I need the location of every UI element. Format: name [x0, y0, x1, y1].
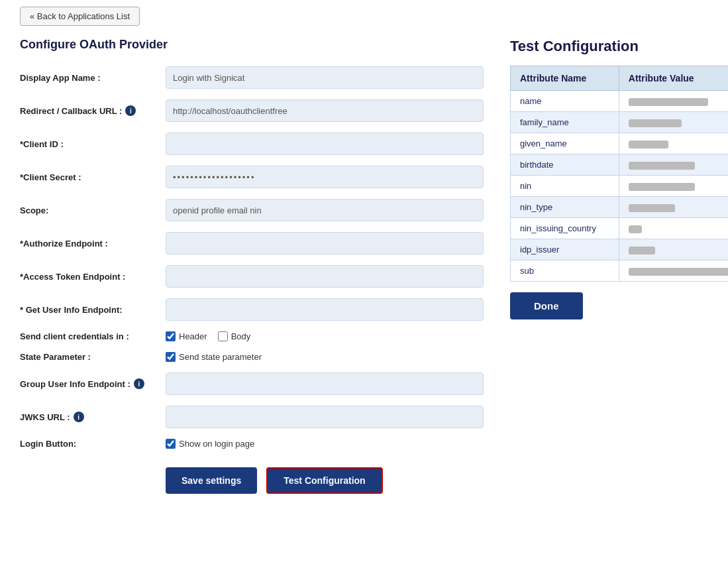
attribute-name-cell: family_name [511, 112, 619, 133]
scope-input[interactable] [166, 199, 484, 221]
configure-oauth-panel: Configure OAuth Provider Display App Nam… [20, 38, 484, 494]
state-parameter-row: State Parameter : Send state parameter [20, 352, 484, 362]
login-button-label: Login Button: [20, 439, 166, 449]
group-user-info-row: Group User Info Endpoint : i [20, 373, 484, 395]
attribute-value-cell [619, 218, 728, 239]
attribute-name-cell: nin_type [511, 197, 619, 218]
header-checkbox[interactable] [166, 331, 176, 341]
client-secret-label: *Client Secret : [20, 172, 166, 182]
access-token-endpoint-label: *Access Token Endpoint : [20, 272, 166, 282]
table-row: given_name [511, 133, 729, 154]
client-secret-input[interactable] [166, 166, 484, 188]
table-row: family_name [511, 112, 729, 133]
attribute-value-cell [619, 133, 728, 154]
attribute-name-column-header: Attribute Name [511, 66, 619, 91]
jwks-url-info-icon[interactable]: i [74, 412, 84, 422]
attribute-value-cell [619, 197, 728, 218]
group-user-info-icon[interactable]: i [134, 378, 144, 389]
get-user-info-endpoint-input[interactable] [166, 298, 484, 321]
attribute-value-column-header: Attribute Value [619, 66, 728, 91]
show-on-login-page-checkbox[interactable] [166, 439, 176, 449]
state-parameter-checkbox-item: Send state parameter [166, 352, 262, 362]
send-credentials-checkboxes: Header Body [166, 331, 250, 341]
client-id-label: *Client ID : [20, 139, 166, 149]
state-parameter-checkbox-label: Send state parameter [179, 352, 262, 362]
table-row: nin [511, 176, 729, 197]
header-checkbox-item: Header [166, 331, 207, 341]
get-user-info-endpoint-row: * Get User Info Endpoint: [20, 298, 484, 321]
test-config-title: Test Configuration [510, 38, 728, 55]
attribute-name-cell: given_name [511, 133, 619, 154]
client-id-row: *Client ID : [20, 133, 484, 155]
scope-row: Scope: [20, 199, 484, 221]
login-button-row: Login Button: Show on login page [20, 439, 484, 449]
attribute-name-cell: name [511, 91, 619, 112]
attribute-value-cell [619, 176, 728, 197]
jwks-url-row: JWKS URL : i [20, 406, 484, 428]
display-app-name-row: Display App Name : [20, 66, 484, 89]
redirect-callback-url-row: Redirect / Callback URL : i [20, 99, 484, 122]
table-header-row: Attribute Name Attribute Value [511, 66, 729, 91]
send-credentials-row: Send client credentials in : Header Body [20, 331, 484, 341]
state-parameter-label: State Parameter : [20, 352, 166, 362]
client-secret-row: *Client Secret : [20, 166, 484, 188]
table-row: nin_issuing_country [511, 218, 729, 239]
group-user-info-label: Group User Info Endpoint : i [20, 378, 166, 389]
send-credentials-label: Send client credentials in : [20, 331, 166, 341]
attribute-value-cell [619, 91, 728, 112]
attribute-value-cell [619, 239, 728, 260]
attribute-value-cell [619, 260, 728, 282]
table-row: nin_type [511, 197, 729, 218]
redirect-callback-url-label: Redirect / Callback URL : i [20, 105, 166, 116]
test-configuration-button[interactable]: Test Configuration [266, 467, 382, 494]
table-row: name [511, 91, 729, 112]
display-app-name-input[interactable] [166, 66, 484, 89]
test-config-table: Attribute Name Attribute Value namefamil… [510, 66, 728, 282]
attribute-value-cell [619, 154, 728, 176]
state-parameter-checkbox[interactable] [166, 352, 176, 362]
client-id-input[interactable] [166, 133, 484, 155]
show-on-login-page-label: Show on login page [179, 439, 254, 449]
group-user-info-input[interactable] [166, 373, 484, 395]
attribute-name-cell: nin [511, 176, 619, 197]
jwks-url-label: JWKS URL : i [20, 412, 166, 422]
attribute-name-cell: sub [511, 260, 619, 282]
scope-label: Scope: [20, 205, 166, 215]
display-app-name-label: Display App Name : [20, 73, 166, 83]
test-configuration-panel: Test Configuration Attribute Name Attrib… [510, 38, 728, 319]
save-settings-button[interactable]: Save settings [166, 467, 257, 494]
attribute-name-cell: nin_issuing_country [511, 218, 619, 239]
body-checkbox[interactable] [218, 331, 228, 341]
table-row: sub [511, 260, 729, 282]
authorize-endpoint-input[interactable] [166, 232, 484, 255]
authorize-endpoint-label: *Authorize Endpoint : [20, 239, 166, 249]
show-on-login-page-item: Show on login page [166, 439, 254, 449]
jwks-url-input[interactable] [166, 406, 484, 428]
redirect-callback-url-input[interactable] [166, 99, 484, 122]
body-checkbox-label: Body [231, 331, 251, 341]
header-checkbox-label: Header [179, 331, 207, 341]
form-buttons: Save settings Test Configuration [20, 467, 484, 494]
table-row: idp_issuer [511, 239, 729, 260]
configure-oauth-title: Configure OAuth Provider [20, 38, 484, 52]
done-button[interactable]: Done [510, 292, 583, 319]
body-checkbox-item: Body [218, 331, 251, 341]
redirect-callback-url-info-icon[interactable]: i [125, 105, 136, 116]
attribute-name-cell: idp_issuer [511, 239, 619, 260]
authorize-endpoint-row: *Authorize Endpoint : [20, 232, 484, 255]
attribute-name-cell: birthdate [511, 154, 619, 176]
get-user-info-endpoint-label: * Get User Info Endpoint: [20, 305, 166, 315]
access-token-endpoint-input[interactable] [166, 265, 484, 288]
table-row: birthdate [511, 154, 729, 176]
back-to-applications-button[interactable]: « Back to Applications List [20, 7, 140, 26]
access-token-endpoint-row: *Access Token Endpoint : [20, 265, 484, 288]
attribute-value-cell [619, 112, 728, 133]
